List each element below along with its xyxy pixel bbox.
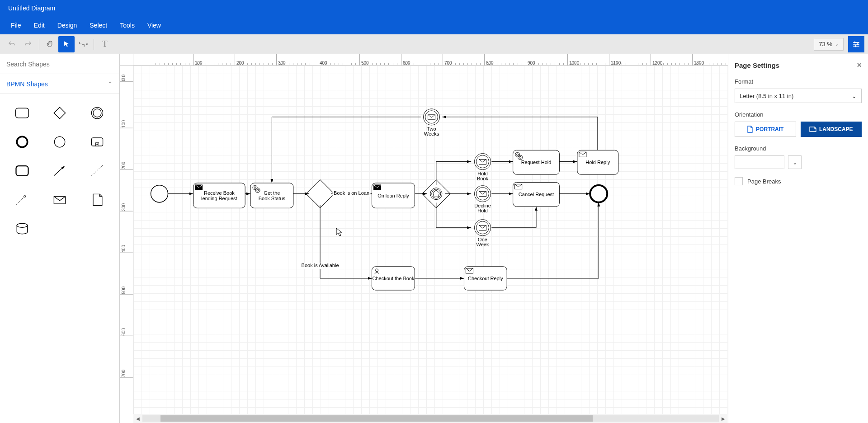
svg-text:Receive Book: Receive Book — [204, 190, 235, 196]
portrait-label: PORTRAIT — [756, 126, 783, 132]
scroll-right-icon[interactable]: ▶ — [719, 414, 728, 423]
edge[interactable] — [507, 202, 599, 278]
redo-button[interactable] — [20, 36, 36, 52]
node-get_status[interactable]: Get theBook Status — [250, 183, 293, 208]
node-on_loan_reply[interactable]: On loan Reply — [372, 183, 415, 208]
menu-select[interactable]: Select — [83, 22, 113, 29]
chevron-down-icon: ⌄ — [793, 159, 797, 166]
edge[interactable] — [442, 117, 598, 150]
chevron-down-icon: ⌄ — [852, 93, 857, 99]
shape-data-source[interactable] — [8, 219, 37, 239]
svg-text:Book is on Loan: Book is on Loan — [334, 190, 369, 196]
menu-view[interactable]: View — [141, 22, 167, 29]
svg-text:Weeks: Weeks — [424, 131, 439, 136]
ruler-tick: 100 — [120, 120, 133, 128]
menu-tools[interactable]: Tools — [113, 22, 141, 29]
zoom-dropdown[interactable]: 73 % ⌄ — [814, 38, 844, 51]
ruler-vertical: -100100200300400500600700 — [120, 66, 133, 414]
settings-panel-toggle[interactable] — [848, 36, 864, 52]
shape-data-object[interactable] — [83, 190, 111, 210]
svg-text:Book Status: Book Status — [259, 196, 286, 201]
svg-rect-27 — [306, 180, 334, 208]
svg-text:Get the: Get the — [264, 190, 280, 196]
node-end[interactable] — [590, 185, 607, 202]
shapes-panel: BPMN Shapes ⌃ — [0, 54, 120, 423]
page-breaks-checkbox[interactable] — [735, 177, 743, 185]
node-receive[interactable]: Receive Booklending Request — [193, 183, 245, 208]
menu-design[interactable]: Design — [51, 22, 84, 29]
ruler-tick: 1300 — [692, 54, 704, 66]
toolbar: ▾ T 73 % ⌄ — [0, 34, 868, 54]
shape-gateway[interactable] — [46, 103, 74, 123]
node-checkout_book[interactable]: Checkout the Book — [372, 267, 415, 290]
format-select[interactable]: Letter (8.5 in x 11 in) ⌄ — [735, 89, 862, 103]
scroll-left-icon[interactable]: ◀ — [133, 414, 142, 423]
edge[interactable] — [436, 162, 471, 185]
node-hold_book[interactable]: HoldBook — [475, 154, 491, 181]
close-icon[interactable]: × — [857, 61, 862, 70]
node-gateway[interactable] — [306, 180, 334, 208]
shape-sequence-flow[interactable] — [46, 161, 74, 181]
menubar: File Edit Design Select Tools View — [0, 16, 868, 34]
svg-point-1 — [857, 43, 859, 45]
horizontal-scrollbar[interactable]: ◀ ▶ — [133, 414, 728, 423]
edge[interactable] — [491, 207, 536, 228]
node-two_weeks[interactable]: TwoWeeks — [424, 109, 440, 136]
ruler-tick: 300 — [120, 203, 133, 212]
shape-category-header[interactable]: BPMN Shapes ⌃ — [0, 74, 119, 94]
svg-text:lending Request: lending Request — [201, 196, 237, 201]
background-color-more[interactable]: ⌄ — [788, 155, 802, 169]
search-shapes-input[interactable] — [0, 54, 119, 74]
ruler-tick: 200 — [120, 162, 133, 170]
orientation-landscape-button[interactable]: LANDSCAPE — [801, 122, 862, 137]
shape-expanded-subprocess[interactable] — [83, 132, 111, 152]
diagram[interactable]: Receive Booklending RequestGet theBook S… — [133, 66, 728, 414]
shape-group[interactable] — [8, 161, 37, 181]
canvas[interactable]: Receive Booklending RequestGet theBook S… — [133, 66, 728, 414]
edge[interactable] — [436, 202, 471, 227]
edge[interactable] — [272, 117, 420, 183]
pan-tool-button[interactable] — [42, 36, 58, 52]
shape-start-event[interactable] — [46, 132, 74, 152]
ruler-tick: 1000 — [567, 54, 579, 66]
undo-button[interactable] — [4, 36, 20, 52]
category-label: BPMN Shapes — [6, 80, 48, 88]
svg-text:Cancel Request: Cancel Request — [519, 192, 554, 197]
chevron-up-icon: ⌃ — [108, 80, 113, 88]
shape-message-flow[interactable] — [8, 190, 37, 210]
connector-tool-button[interactable]: ▾ — [75, 36, 91, 52]
titlebar: Untitled Diagram — [0, 0, 868, 16]
ruler-tick: 400 — [120, 245, 133, 253]
text-tool-button[interactable]: T — [97, 36, 113, 52]
shape-end-event[interactable] — [8, 132, 37, 152]
pointer-tool-button[interactable] — [58, 36, 75, 52]
menu-edit[interactable]: Edit — [28, 22, 51, 29]
shape-task[interactable] — [8, 103, 37, 123]
background-color-swatch[interactable] — [735, 155, 784, 169]
sliders-icon — [852, 40, 861, 49]
node-request_hold[interactable]: Request Hold — [513, 150, 560, 174]
zoom-value: 73 % — [819, 41, 832, 47]
orientation-portrait-button[interactable]: PORTRAIT — [735, 122, 796, 137]
svg-text:Week: Week — [476, 242, 489, 247]
svg-rect-11 — [16, 166, 28, 176]
node-start[interactable] — [151, 185, 168, 202]
svg-point-2 — [855, 45, 856, 47]
ruler-tick: 600 — [120, 328, 133, 336]
shape-association[interactable] — [83, 161, 111, 181]
node-one_week[interactable]: OneWeek — [475, 220, 491, 247]
node-hold_reply[interactable]: Hold Reply — [577, 150, 618, 174]
menu-file[interactable]: File — [5, 22, 28, 29]
background-label: Background — [735, 145, 862, 152]
shape-message[interactable] — [46, 190, 74, 210]
scrollbar-thumb[interactable] — [160, 415, 593, 422]
ruler-tick: 1200 — [651, 54, 662, 66]
shape-intermediate-event[interactable] — [83, 103, 111, 123]
ruler-tick: 1100 — [609, 54, 621, 66]
svg-text:Book is Avaliable: Book is Avaliable — [302, 263, 339, 268]
svg-point-14 — [17, 223, 28, 227]
toolbar-separator — [39, 39, 39, 50]
node-cancel_request[interactable]: Cancel Request — [513, 182, 560, 207]
node-checkout_reply[interactable]: Checkout Reply — [464, 267, 507, 290]
node-decline_hold[interactable]: DeclineHold — [474, 186, 491, 213]
